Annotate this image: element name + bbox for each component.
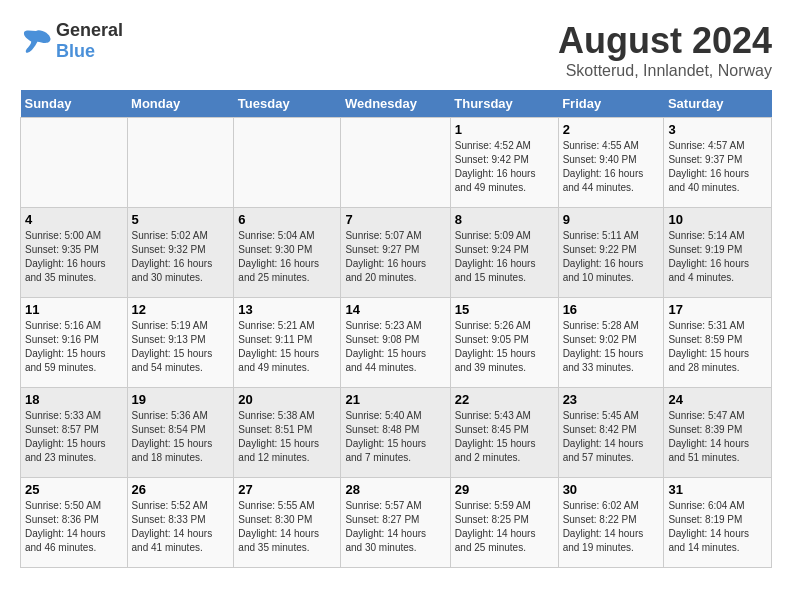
calendar-cell <box>127 118 234 208</box>
logo: General Blue <box>20 20 123 62</box>
day-number: 21 <box>345 392 445 407</box>
day-info: Sunrise: 5:43 AM Sunset: 8:45 PM Dayligh… <box>455 409 554 465</box>
day-number: 14 <box>345 302 445 317</box>
day-number: 24 <box>668 392 767 407</box>
header-friday: Friday <box>558 90 664 118</box>
day-number: 30 <box>563 482 660 497</box>
calendar-week-row: 11Sunrise: 5:16 AM Sunset: 9:16 PM Dayli… <box>21 298 772 388</box>
calendar-cell: 8Sunrise: 5:09 AM Sunset: 9:24 PM Daylig… <box>450 208 558 298</box>
day-number: 22 <box>455 392 554 407</box>
calendar-cell: 18Sunrise: 5:33 AM Sunset: 8:57 PM Dayli… <box>21 388 128 478</box>
calendar-cell: 3Sunrise: 4:57 AM Sunset: 9:37 PM Daylig… <box>664 118 772 208</box>
day-info: Sunrise: 6:02 AM Sunset: 8:22 PM Dayligh… <box>563 499 660 555</box>
day-number: 25 <box>25 482 123 497</box>
day-info: Sunrise: 5:36 AM Sunset: 8:54 PM Dayligh… <box>132 409 230 465</box>
day-info: Sunrise: 5:19 AM Sunset: 9:13 PM Dayligh… <box>132 319 230 375</box>
logo-text: General Blue <box>56 20 123 62</box>
logo-icon <box>20 27 52 55</box>
day-number: 2 <box>563 122 660 137</box>
header-sunday: Sunday <box>21 90 128 118</box>
calendar-cell: 11Sunrise: 5:16 AM Sunset: 9:16 PM Dayli… <box>21 298 128 388</box>
calendar-cell: 10Sunrise: 5:14 AM Sunset: 9:19 PM Dayli… <box>664 208 772 298</box>
day-number: 1 <box>455 122 554 137</box>
calendar-cell: 23Sunrise: 5:45 AM Sunset: 8:42 PM Dayli… <box>558 388 664 478</box>
day-number: 9 <box>563 212 660 227</box>
day-info: Sunrise: 5:57 AM Sunset: 8:27 PM Dayligh… <box>345 499 445 555</box>
day-number: 19 <box>132 392 230 407</box>
day-info: Sunrise: 5:55 AM Sunset: 8:30 PM Dayligh… <box>238 499 336 555</box>
main-title: August 2024 <box>558 20 772 62</box>
day-number: 3 <box>668 122 767 137</box>
day-info: Sunrise: 6:04 AM Sunset: 8:19 PM Dayligh… <box>668 499 767 555</box>
calendar-cell: 13Sunrise: 5:21 AM Sunset: 9:11 PM Dayli… <box>234 298 341 388</box>
day-number: 6 <box>238 212 336 227</box>
day-info: Sunrise: 4:55 AM Sunset: 9:40 PM Dayligh… <box>563 139 660 195</box>
calendar-cell: 1Sunrise: 4:52 AM Sunset: 9:42 PM Daylig… <box>450 118 558 208</box>
day-number: 17 <box>668 302 767 317</box>
header-thursday: Thursday <box>450 90 558 118</box>
day-info: Sunrise: 4:57 AM Sunset: 9:37 PM Dayligh… <box>668 139 767 195</box>
day-info: Sunrise: 5:09 AM Sunset: 9:24 PM Dayligh… <box>455 229 554 285</box>
day-number: 28 <box>345 482 445 497</box>
calendar-cell: 22Sunrise: 5:43 AM Sunset: 8:45 PM Dayli… <box>450 388 558 478</box>
calendar-table: SundayMondayTuesdayWednesdayThursdayFrid… <box>20 90 772 568</box>
calendar-cell: 12Sunrise: 5:19 AM Sunset: 9:13 PM Dayli… <box>127 298 234 388</box>
calendar-cell: 19Sunrise: 5:36 AM Sunset: 8:54 PM Dayli… <box>127 388 234 478</box>
day-number: 13 <box>238 302 336 317</box>
day-number: 20 <box>238 392 336 407</box>
calendar-cell: 14Sunrise: 5:23 AM Sunset: 9:08 PM Dayli… <box>341 298 450 388</box>
calendar-cell <box>341 118 450 208</box>
day-number: 23 <box>563 392 660 407</box>
calendar-cell: 30Sunrise: 6:02 AM Sunset: 8:22 PM Dayli… <box>558 478 664 568</box>
day-number: 10 <box>668 212 767 227</box>
calendar-cell: 25Sunrise: 5:50 AM Sunset: 8:36 PM Dayli… <box>21 478 128 568</box>
day-info: Sunrise: 5:07 AM Sunset: 9:27 PM Dayligh… <box>345 229 445 285</box>
calendar-cell: 29Sunrise: 5:59 AM Sunset: 8:25 PM Dayli… <box>450 478 558 568</box>
day-info: Sunrise: 5:21 AM Sunset: 9:11 PM Dayligh… <box>238 319 336 375</box>
day-info: Sunrise: 5:52 AM Sunset: 8:33 PM Dayligh… <box>132 499 230 555</box>
day-number: 11 <box>25 302 123 317</box>
day-info: Sunrise: 5:11 AM Sunset: 9:22 PM Dayligh… <box>563 229 660 285</box>
day-number: 8 <box>455 212 554 227</box>
calendar-week-row: 1Sunrise: 4:52 AM Sunset: 9:42 PM Daylig… <box>21 118 772 208</box>
day-number: 15 <box>455 302 554 317</box>
calendar-cell: 9Sunrise: 5:11 AM Sunset: 9:22 PM Daylig… <box>558 208 664 298</box>
day-number: 7 <box>345 212 445 227</box>
day-info: Sunrise: 4:52 AM Sunset: 9:42 PM Dayligh… <box>455 139 554 195</box>
day-info: Sunrise: 5:02 AM Sunset: 9:32 PM Dayligh… <box>132 229 230 285</box>
day-info: Sunrise: 5:00 AM Sunset: 9:35 PM Dayligh… <box>25 229 123 285</box>
day-info: Sunrise: 5:50 AM Sunset: 8:36 PM Dayligh… <box>25 499 123 555</box>
day-number: 31 <box>668 482 767 497</box>
calendar-cell <box>21 118 128 208</box>
day-number: 4 <box>25 212 123 227</box>
day-number: 27 <box>238 482 336 497</box>
calendar-cell: 27Sunrise: 5:55 AM Sunset: 8:30 PM Dayli… <box>234 478 341 568</box>
title-section: August 2024 Skotterud, Innlandet, Norway <box>558 20 772 80</box>
day-info: Sunrise: 5:23 AM Sunset: 9:08 PM Dayligh… <box>345 319 445 375</box>
logo-general: General <box>56 20 123 40</box>
calendar-cell: 16Sunrise: 5:28 AM Sunset: 9:02 PM Dayli… <box>558 298 664 388</box>
day-info: Sunrise: 5:31 AM Sunset: 8:59 PM Dayligh… <box>668 319 767 375</box>
day-info: Sunrise: 5:59 AM Sunset: 8:25 PM Dayligh… <box>455 499 554 555</box>
subtitle: Skotterud, Innlandet, Norway <box>558 62 772 80</box>
day-number: 12 <box>132 302 230 317</box>
day-info: Sunrise: 5:26 AM Sunset: 9:05 PM Dayligh… <box>455 319 554 375</box>
header: General Blue August 2024 Skotterud, Innl… <box>20 20 772 80</box>
day-number: 16 <box>563 302 660 317</box>
calendar-cell: 17Sunrise: 5:31 AM Sunset: 8:59 PM Dayli… <box>664 298 772 388</box>
calendar-cell: 4Sunrise: 5:00 AM Sunset: 9:35 PM Daylig… <box>21 208 128 298</box>
calendar-header-row: SundayMondayTuesdayWednesdayThursdayFrid… <box>21 90 772 118</box>
calendar-cell: 2Sunrise: 4:55 AM Sunset: 9:40 PM Daylig… <box>558 118 664 208</box>
calendar-cell: 7Sunrise: 5:07 AM Sunset: 9:27 PM Daylig… <box>341 208 450 298</box>
calendar-week-row: 25Sunrise: 5:50 AM Sunset: 8:36 PM Dayli… <box>21 478 772 568</box>
day-info: Sunrise: 5:28 AM Sunset: 9:02 PM Dayligh… <box>563 319 660 375</box>
calendar-cell: 24Sunrise: 5:47 AM Sunset: 8:39 PM Dayli… <box>664 388 772 478</box>
calendar-cell: 26Sunrise: 5:52 AM Sunset: 8:33 PM Dayli… <box>127 478 234 568</box>
day-number: 18 <box>25 392 123 407</box>
header-saturday: Saturday <box>664 90 772 118</box>
day-info: Sunrise: 5:40 AM Sunset: 8:48 PM Dayligh… <box>345 409 445 465</box>
header-wednesday: Wednesday <box>341 90 450 118</box>
calendar-cell: 15Sunrise: 5:26 AM Sunset: 9:05 PM Dayli… <box>450 298 558 388</box>
calendar-cell: 31Sunrise: 6:04 AM Sunset: 8:19 PM Dayli… <box>664 478 772 568</box>
header-monday: Monday <box>127 90 234 118</box>
